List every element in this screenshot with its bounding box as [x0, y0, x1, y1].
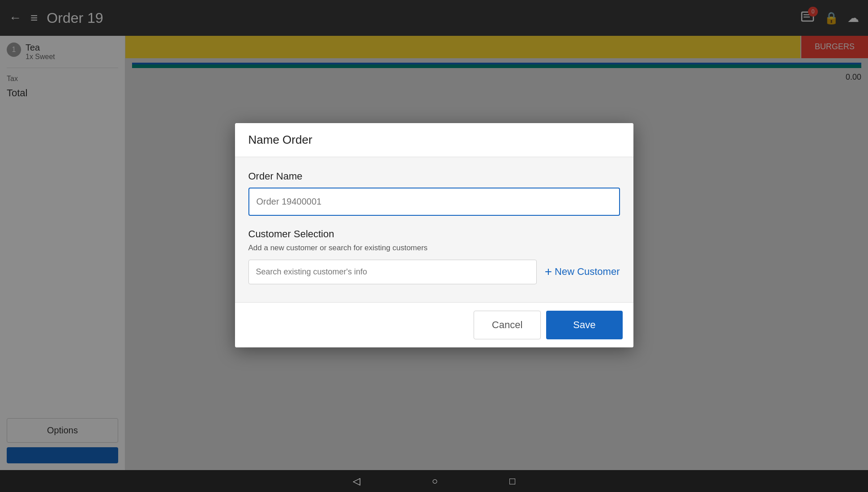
bottom-nav: ◁ ○ □: [0, 470, 868, 492]
recent-nav-button[interactable]: □: [509, 475, 515, 487]
back-nav-button[interactable]: ◁: [353, 475, 360, 487]
dialog-footer: Cancel Save: [235, 302, 633, 347]
customer-row: + New Customer: [248, 260, 620, 284]
name-order-dialog: Name Order Order Name Customer Selection…: [235, 123, 633, 347]
dialog-body: Order Name Customer Selection Add a new …: [235, 157, 633, 302]
customer-section-desc: Add a new customer or search for existin…: [248, 244, 620, 252]
customer-section-label: Customer Selection: [248, 228, 620, 240]
plus-icon: +: [545, 265, 552, 279]
save-button[interactable]: Save: [546, 311, 622, 339]
dialog-header: Name Order: [235, 123, 633, 157]
customer-search-input[interactable]: [248, 260, 537, 284]
new-customer-button[interactable]: + New Customer: [545, 265, 620, 279]
new-customer-label: New Customer: [555, 266, 620, 278]
order-name-label: Order Name: [248, 171, 620, 182]
home-nav-button[interactable]: ○: [432, 475, 438, 487]
modal-overlay: Name Order Order Name Customer Selection…: [0, 0, 868, 470]
dialog-title: Name Order: [248, 133, 312, 146]
order-name-input[interactable]: [248, 188, 620, 216]
cancel-button[interactable]: Cancel: [474, 311, 541, 339]
